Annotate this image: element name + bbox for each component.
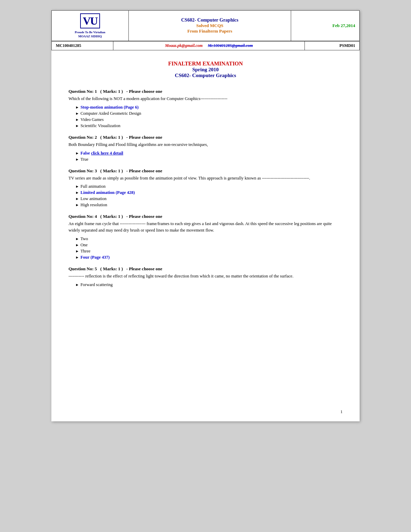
question-5-label: Question No: 5 ( Marks: 1 ) - Please cho… [68,266,162,271]
option-5-1-text: Forward scattering [80,282,113,287]
question-4: Question No: 4 ( Marks: 1 ) - Please cho… [68,214,342,260]
option-3-1-text: Full animation [80,184,105,189]
option-1-1: ► Stop-motion animation (Page 6) [75,105,342,110]
option-2-1-text: False click here 4 detail [80,151,123,156]
arrow-icon: ► [75,151,79,155]
question-3-label: Question No: 3 ( Marks: 1 ) - Please cho… [68,168,162,173]
question-3-options: ► Full animation ► Limited animation (Pa… [75,184,342,208]
header-table: VU Proude To Be Virtulian MOAAZ SIDDIQ C… [51,10,360,41]
option-3-3-text: Low animation [80,196,107,201]
arrow-icon: ► [75,157,79,161]
option-3-2: ► Limited animation (Page 428) [75,190,342,195]
page: VU Proude To Be Virtulian MOAAZ SIDDIQ C… [51,10,360,421]
header-course-title: CS602- Computer Graphics [133,17,287,23]
arrow-icon: ► [75,243,79,247]
emails: Moaaz.pk@gmail.com Mc100401285@gmail.com [113,41,305,50]
psmd: PSMD01 [305,41,360,50]
header-from: From Finalterm Papers [133,28,287,34]
header-date: Feb 27,2014 [291,11,360,41]
option-1-1-text: Stop-motion animation (Page 6) [80,105,139,110]
question-3-text: TV series are made as simply as possible… [68,175,342,182]
arrow-icon: ► [75,117,79,122]
question-2-options: ► False click here 4 detail ► True [75,151,342,162]
option-3-4-text: High resolution [80,202,107,208]
exam-title-line3: CS602- Computer Graphics [68,73,342,78]
option-2-2-text: True [80,157,88,162]
option-3-2-text: Limited animation (Page 428) [80,190,135,195]
option-5-1: ► Forward scattering [75,282,342,287]
option-4-1-text: Two [80,236,88,242]
arrow-icon: ► [75,255,79,259]
arrow-icon: ► [75,249,79,253]
question-3-header: Question No: 3 ( Marks: 1 ) - Please cho… [68,168,342,174]
question-1-header: Question No: 1 ( Marks: 1 ) - Please cho… [68,89,342,94]
logo-cell: VU Proude To Be Virtulian MOAAZ SIDDIQ [52,11,129,41]
arrow-icon: ► [75,184,79,188]
exam-title-line2: Spring 2010 [68,67,342,73]
option-4-1: ► Two [75,236,342,242]
question-5-header: Question No: 5 ( Marks: 1 ) - Please cho… [68,266,342,272]
student-id: MC100401285 [52,41,113,50]
option-1-3: ► Video Games [75,117,342,122]
arrow-icon: ► [75,237,79,241]
logo-subtitle-line2: MOAAZ SIDDIQ [56,35,124,38]
arrow-icon: ► [75,111,79,115]
click-link[interactable]: click here 4 detail [91,151,123,156]
logo-box: VU [80,13,100,28]
content: FINALTERM EXAMINATION Spring 2010 CS602-… [51,50,360,311]
page-number: 1 [340,409,342,415]
question-5: Question No: 5 ( Marks: 1 ) - Please cho… [68,266,342,287]
email1: Moaaz.pk@gmail.com [165,43,203,48]
option-4-2: ► One [75,243,342,248]
option-3-4: ► High resolution [75,202,342,208]
arrow-icon: ► [75,283,79,287]
email2: Mc100401285@gmail.com [208,43,253,48]
question-1: Question No: 1 ( Marks: 1 ) - Please cho… [68,89,342,128]
question-1-text: Which of the following is NOT a modern a… [68,96,342,102]
logo-text: VU [83,15,97,26]
option-4-3: ► Three [75,249,342,254]
option-1-4: ► Scientific Visualization [75,123,342,128]
arrow-icon: ► [75,203,79,207]
option-1-4-text: Scientific Visualization [80,123,121,128]
question-5-text: ----------- reflection is the effect of … [68,273,342,280]
option-3-1: ► Full animation [75,184,342,189]
option-2-1: ► False click here 4 detail [75,151,342,156]
arrow-icon: ► [75,124,79,128]
option-4-3-text: Three [80,249,90,254]
question-4-options: ► Two ► One ► Three ► Four (Page 437) [75,236,342,260]
question-2-label: Question No: 2 ( Marks: 1 ) - Please cho… [68,135,162,140]
option-3-3: ► Low animation [75,196,342,201]
question-3: Question No: 3 ( Marks: 1 ) - Please cho… [68,168,342,208]
option-4-4-text: Four (Page 437) [80,255,110,260]
question-2-header: Question No: 2 ( Marks: 1 ) - Please cho… [68,135,342,140]
option-4-4: ► Four (Page 437) [75,255,342,260]
arrow-icon: ► [75,105,79,109]
option-1-2: ► Computer Aided Geometric Design [75,111,342,116]
header-center: CS602- Computer Graphics Solved MCQS Fro… [128,11,291,41]
header-solved: Solved MCQS [133,23,287,28]
question-1-options: ► Stop-motion animation (Page 6) ► Compu… [75,105,342,128]
logo-subtitle-line1: Proude To Be Virtulian [56,30,124,34]
question-4-label: Question No: 4 ( Marks: 1 ) - Please cho… [68,214,162,219]
question-2: Question No: 2 ( Marks: 1 ) - Please cho… [68,135,342,162]
question-4-text: An eight frame run cycle that ----------… [68,221,342,234]
question-1-label: Question No: 1 ( Marks: 1 ) - Please cho… [68,89,162,94]
arrow-icon: ► [75,190,79,195]
option-1-3-text: Video Games [80,117,104,122]
option-4-2-text: One [80,243,88,248]
question-4-header: Question No: 4 ( Marks: 1 ) - Please cho… [68,214,342,219]
exam-title: FINALTERM EXAMINATION Spring 2010 CS602-… [68,61,342,78]
arrow-icon: ► [75,197,79,201]
question-5-options: ► Forward scattering [75,282,342,287]
question-2-text: Both Boundary Filling and Flood filling … [68,141,342,148]
subheader-table: MC100401285 Moaaz.pk@gmail.com Mc1004012… [51,41,360,50]
option-2-2: ► True [75,157,342,162]
exam-title-line1: FINALTERM EXAMINATION [68,61,342,67]
option-1-2-text: Computer Aided Geometric Design [80,111,141,116]
